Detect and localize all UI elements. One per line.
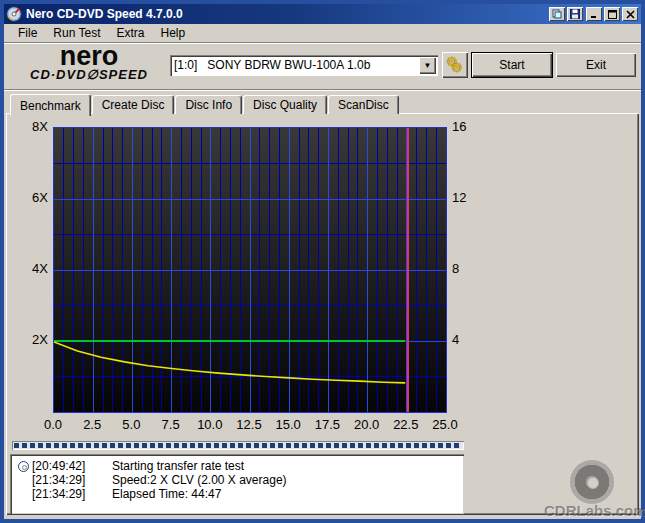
menu-extra[interactable]: Extra	[108, 25, 152, 41]
save-button[interactable]	[567, 7, 583, 21]
log-entry: [20:49:42] Starting transfer rate test	[14, 459, 460, 473]
start-button[interactable]: Start	[472, 53, 552, 77]
test-progress-bar	[12, 441, 464, 450]
maximize-icon	[608, 10, 617, 19]
maximize-button[interactable]	[604, 7, 620, 21]
y-axis-right-tick: 4	[452, 332, 480, 347]
exit-button[interactable]: Exit	[556, 53, 636, 77]
minimize-icon	[590, 10, 599, 19]
y-axis-right-tick: 8	[452, 261, 480, 276]
x-axis-tick: 10.0	[192, 417, 228, 432]
window-title: Nero CD-DVD Speed 4.7.0.0	[26, 7, 183, 21]
drive-select-value: [1:0] SONY BDRW BWU-100A 1.0b	[174, 58, 370, 72]
gear-icon: ⚙	[451, 60, 463, 75]
floppy-icon	[570, 9, 580, 19]
chevron-down-icon[interactable]: ▼	[419, 57, 436, 74]
tab-strip: Benchmark Create Disc Disc Info Disc Qua…	[10, 93, 400, 114]
menu-file[interactable]: File	[10, 25, 45, 41]
tab-disc-info[interactable]: Disc Info	[175, 95, 242, 114]
options-button[interactable]: ⚙ ⚙	[442, 52, 468, 78]
tab-scandisc[interactable]: ScanDisc	[328, 95, 399, 114]
y-axis-right-tick: 16	[452, 119, 480, 134]
menu-help[interactable]: Help	[153, 25, 194, 41]
x-axis-tick: 7.5	[153, 417, 189, 432]
drive-select-combobox[interactable]: [1:0] SONY BDRW BWU-100A 1.0b ▼	[170, 55, 438, 76]
nero-logo-wordmark: nero	[10, 44, 168, 68]
logo-disc-icon: ∅	[87, 67, 99, 82]
y-axis-left-tick: 2X	[16, 332, 48, 347]
log-entry: [21:34:29] Elapsed Time: 44:47	[14, 487, 460, 501]
minimize-button[interactable]	[586, 7, 602, 21]
nero-logo: nero CD·DVD∅SPEED	[10, 44, 168, 88]
tab-benchmark[interactable]: Benchmark	[10, 94, 91, 116]
y-axis-left-tick: 4X	[16, 261, 48, 276]
toolbar: nero CD·DVD∅SPEED [1:0] SONY BDRW BWU-10…	[4, 44, 641, 88]
log-entry: [21:34:29] Speed:2 X CLV (2.00 X average…	[14, 473, 460, 487]
benchmark-chart	[53, 127, 447, 413]
copy-report-button[interactable]	[549, 7, 565, 21]
menu-bar: File Run Test Extra Help	[4, 24, 641, 42]
close-button[interactable]	[622, 7, 638, 21]
x-axis-tick: 5.0	[113, 417, 149, 432]
x-axis-tick: 2.5	[74, 417, 110, 432]
separator	[4, 89, 641, 91]
application-window: Nero CD-DVD Speed 4.7.0.0	[0, 0, 645, 523]
menu-run-test[interactable]: Run Test	[45, 25, 108, 41]
status-log[interactable]: [20:49:42] Starting transfer rate test […	[10, 454, 464, 514]
x-axis-tick: 17.5	[309, 417, 345, 432]
tab-disc-quality[interactable]: Disc Quality	[243, 95, 327, 114]
app-disc-icon	[6, 6, 22, 22]
tab-create-disc[interactable]: Create Disc	[92, 95, 175, 114]
x-axis-tick: 0.0	[35, 417, 71, 432]
y-axis-left-tick: 6X	[16, 190, 48, 205]
y-axis-left-tick: 8X	[16, 119, 48, 134]
close-icon	[626, 10, 635, 19]
x-axis-tick: 20.0	[349, 417, 385, 432]
x-axis-tick: 15.0	[270, 417, 306, 432]
progress-fill	[14, 443, 462, 448]
disc-icon	[18, 461, 29, 472]
cd-dvd-speed-wordmark: CD·DVD∅SPEED	[10, 68, 168, 82]
x-axis-tick: 22.5	[388, 417, 424, 432]
x-axis-tick: 12.5	[231, 417, 267, 432]
x-axis-tick: 25.0	[427, 417, 463, 432]
title-bar[interactable]: Nero CD-DVD Speed 4.7.0.0	[4, 4, 641, 24]
pages-icon	[552, 9, 562, 19]
y-axis-right-tick: 12	[452, 190, 480, 205]
